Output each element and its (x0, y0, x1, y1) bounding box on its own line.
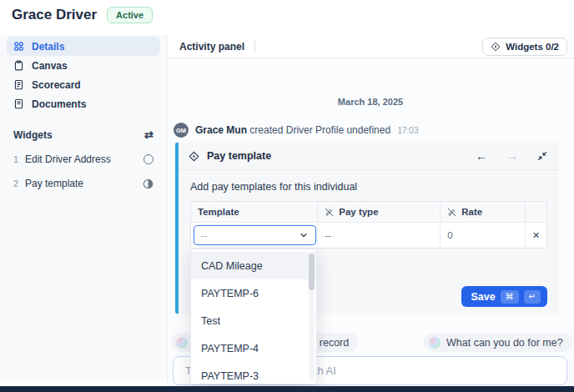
document-lines-icon (13, 79, 24, 90)
widgets-count-button[interactable]: Widgets 0/2 (482, 38, 567, 56)
sidebar-item-label: Details (32, 41, 64, 53)
sidebar-item-label: Documents (32, 98, 86, 110)
previous-widget-arrow-icon[interactable]: ← (476, 149, 487, 163)
widget-description: Add pay templates for this individual (179, 170, 559, 193)
pay-template-table: Template Pay type Rate (190, 201, 547, 249)
activity-actor: Grace Mun (195, 124, 247, 136)
widget-step-label: Pay template (25, 178, 83, 189)
progress-empty-icon (144, 154, 154, 164)
actions-cell: ✕ (525, 223, 546, 248)
pay-type-cell: -- (317, 223, 440, 248)
dropdown-option-cad-mileage[interactable]: CAD Mileage (191, 252, 316, 279)
widgets-count-label: Widgets 0/2 (506, 42, 559, 52)
page-header: Grace Driver Active (12, 7, 153, 23)
dropdown-option-paytemp-3[interactable]: PAYTEMP-3 (191, 362, 316, 384)
widget-card-title: Pay template (207, 150, 468, 162)
sidebar-item-canvas[interactable]: Canvas (7, 56, 160, 75)
suggestion-chip-what-can-you-do[interactable]: What can you do for me? (424, 333, 572, 352)
status-badge: Active (107, 7, 153, 23)
progress-half-icon (143, 178, 154, 189)
sidebar-widget-edit-driver-address[interactable]: 1 Edit Driver Address (13, 153, 154, 165)
sidebar: Details Canvas Scorecard Documents Widge… (7, 37, 160, 189)
ai-orb-icon (429, 337, 441, 349)
edit-off-icon (447, 208, 456, 217)
save-button[interactable]: Save ⌘ ↵ (461, 286, 547, 307)
enter-key-icon: ↵ (524, 290, 541, 304)
dropdown-option-paytemp-6[interactable]: PAYTEMP-6 (191, 279, 316, 307)
bottom-window-edge (0, 386, 574, 392)
template-select-value: -- (201, 230, 299, 240)
clipboard-icon (13, 60, 24, 71)
widgets-section-header: Widgets ⇄ (13, 128, 154, 141)
sidebar-item-details[interactable]: Details (7, 37, 160, 56)
command-key-icon: ⌘ (501, 290, 519, 304)
activity-panel-tab[interactable]: Activity panel (179, 41, 244, 53)
sidebar-item-label: Canvas (32, 60, 68, 72)
suggestion-label: What can you do for me? (446, 337, 563, 349)
template-dropdown-popup: CAD Mileage PAYTEMP-6 Test PAYTEMP-4 PAY… (190, 249, 317, 384)
activity-time: 17:03 (397, 126, 418, 135)
file-icon (13, 98, 24, 109)
sidebar-item-label: Scorecard (32, 79, 81, 91)
activity-text: Grace Mun created Driver Profile undefin… (195, 124, 419, 136)
template-cell: -- (191, 223, 317, 248)
column-header-pay-type: Pay type (317, 202, 440, 222)
chevron-down-icon (299, 230, 309, 240)
ai-orb-icon (176, 337, 188, 349)
activity-panel-topbar: Activity panel Widgets 0/2 (167, 35, 574, 58)
sidebar-item-documents[interactable]: Documents (7, 94, 160, 113)
column-header-rate: Rate (440, 202, 525, 222)
collapse-icon[interactable] (537, 151, 547, 161)
table-row: -- -- 0 ✕ (191, 223, 546, 248)
grid-icon (13, 41, 24, 52)
avatar: GM (174, 123, 189, 138)
remove-row-icon[interactable]: ✕ (532, 230, 540, 241)
template-select[interactable]: -- (194, 225, 316, 245)
next-widget-arrow-icon[interactable]: → (506, 149, 518, 163)
dropdown-option-test[interactable]: Test (191, 307, 316, 334)
save-button-label: Save (471, 291, 495, 303)
edit-off-icon (325, 208, 334, 217)
widgets-section-title: Widgets (13, 129, 53, 141)
activity-entry: GM Grace Mun created Driver Profile unde… (174, 123, 419, 138)
widget-card-header: Pay template ← → (179, 143, 559, 170)
dropdown-scrollbar-thumb[interactable] (309, 254, 315, 290)
sidebar-widget-pay-template[interactable]: 2 Pay template (13, 178, 154, 189)
sidebar-item-scorecard[interactable]: Scorecard (7, 75, 160, 94)
widget-step-label: Edit Driver Address (25, 153, 111, 165)
topbar-divider (254, 40, 255, 53)
column-header-template: Template (191, 202, 317, 222)
activity-action: created Driver Profile undefined (249, 124, 390, 136)
dropdown-option-paytemp-4[interactable]: PAYTEMP-4 (191, 334, 316, 362)
page-title: Grace Driver (12, 7, 97, 23)
column-header-actions (525, 202, 546, 222)
widget-diamond-icon (189, 151, 199, 162)
widget-diamond-icon (491, 42, 501, 52)
date-separator: March 18, 2025 (167, 97, 574, 107)
table-header-row: Template Pay type Rate (191, 202, 546, 223)
swap-arrows-icon[interactable]: ⇄ (144, 128, 154, 141)
rate-cell: 0 (440, 223, 525, 248)
widget-step-number: 1 (13, 154, 25, 164)
widget-step-number: 2 (13, 178, 25, 188)
